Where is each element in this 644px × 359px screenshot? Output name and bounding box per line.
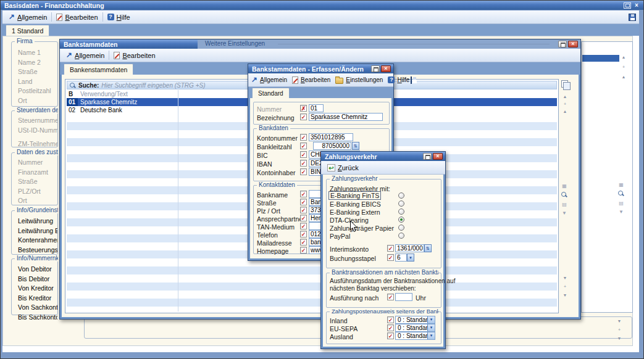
bankname-flag-icon[interactable]: ✓ (300, 191, 307, 197)
menu-hilfe[interactable]: ? Hilfe (104, 12, 133, 22)
scroll-move-icon[interactable]: + (616, 327, 623, 333)
move-top-icon[interactable]: ▲ (620, 54, 627, 60)
tab-standard[interactable]: 1 Standard (6, 25, 49, 36)
menu-bearbeiten[interactable]: Bearbeiten (291, 75, 332, 85)
column-header-b[interactable]: B (67, 90, 78, 98)
kontoinhaber-flag-icon[interactable]: ✓ (300, 168, 307, 175)
radio-paypal[interactable] (398, 233, 404, 239)
menu-allgemein[interactable]: ↗ Allgemein (250, 75, 288, 85)
radio-ebanking-ebics[interactable] (398, 200, 404, 207)
payment-titlebar[interactable]: Zahlungsverkehr × (321, 152, 445, 161)
bankleitzahl-lookup-button[interactable]: ⇅ (352, 142, 359, 150)
interimskonto-input[interactable]: 1361/000 (395, 244, 424, 252)
background-list-selected-row[interactable] (582, 55, 619, 62)
save-icon[interactable] (629, 14, 636, 21)
close-button[interactable]: × (568, 41, 578, 47)
restore-button[interactable] (371, 65, 380, 72)
iban-flag-icon[interactable]: ✓ (300, 160, 307, 167)
scroll-down-icon[interactable]: ▼ (616, 318, 623, 324)
buchungsstapel-input[interactable]: 6 (395, 254, 407, 262)
radio-ebanking-fints[interactable] (398, 192, 404, 199)
copy-icon[interactable] (561, 80, 568, 88)
radio-zahlungstraeger-papier[interactable] (398, 225, 404, 231)
ausland-select[interactable]: 0 : Standard ▼ (395, 332, 435, 340)
kontonummer-input[interactable]: 3501012895 (309, 133, 353, 141)
scroll-move-icon[interactable]: + (561, 284, 569, 290)
buchungsstapel-dropdown-button[interactable]: ▼ (407, 254, 414, 262)
telefon-flag-icon[interactable]: ✓ (300, 231, 307, 237)
menu-bearbeiten[interactable]: Bearbeiten (53, 12, 101, 22)
ausfuehrung-flag-icon[interactable]: ✓ (387, 294, 394, 300)
bank-list-titlebar[interactable]: Bankstammdaten (60, 39, 198, 49)
save-icon[interactable] (411, 76, 412, 84)
bic-flag-icon[interactable]: ✓ (300, 151, 307, 158)
bezeichnung-label: Bezeichnung (257, 114, 295, 122)
grid-icon[interactable]: ▦ (561, 183, 568, 189)
nummer-input[interactable]: 01 (309, 104, 324, 112)
homepage-flag-icon[interactable]: ✓ (300, 247, 307, 254)
strasse-flag-icon[interactable]: ✓ (300, 199, 307, 205)
radio-label-paypal[interactable]: PayPal (330, 233, 350, 240)
zoom-icon[interactable] (617, 190, 624, 197)
inland-select[interactable]: 0 : Standard ▼ (395, 316, 435, 324)
tab-bankenstammdaten[interactable]: Bankenstammdaten (64, 64, 133, 75)
restore-button[interactable] (558, 41, 567, 47)
main-titlebar[interactable]: Basisdaten - Finanzbuchhaltung × (1, 1, 643, 10)
ausland-dropdown-icon[interactable]: ▼ (427, 332, 435, 339)
radio-label-ebanking-fints[interactable]: E-Banking FinTS (328, 191, 381, 200)
interimskonto-flag-icon[interactable]: ✓ (387, 245, 394, 252)
back-button[interactable]: ↩ Zurück (324, 163, 362, 173)
bezeichnung-flag-icon[interactable]: ✓ (300, 113, 307, 120)
tab-standard[interactable]: Standard (252, 88, 290, 98)
radio-ebanking-extern[interactable] (398, 208, 404, 215)
close-button[interactable]: × (381, 65, 391, 72)
nummer-flag-icon[interactable]: ✗ (300, 105, 307, 112)
sort-icon[interactable]: ▼ (561, 210, 568, 217)
move-up-icon[interactable]: ▲ (620, 74, 627, 80)
radio-label-ebanking-extern[interactable]: E-Banking Extern (330, 208, 380, 216)
ansprechpartner-flag-icon[interactable]: ✓ (300, 215, 307, 221)
menu-bearbeiten[interactable]: Bearbeiten (111, 51, 158, 60)
buchungsstapel-flag-icon[interactable]: ✓ (387, 254, 394, 261)
eu-sepa-dropdown-icon[interactable]: ▼ (427, 324, 435, 331)
bezeichnung-input[interactable]: Sparkasse Chemnitz (309, 113, 383, 121)
rows-icon[interactable]: ▤ (617, 200, 625, 207)
bank-edit-titlebar[interactable]: Bankstammdaten - Erfassen/Ändern × (248, 64, 393, 73)
inland-flag-icon[interactable]: ✓ (387, 316, 394, 323)
radio-label-zahlungstraeger-papier[interactable]: Zahlungsträger Papier (330, 225, 394, 232)
rows-icon[interactable]: ▤ (561, 201, 568, 208)
radio-dta-clearing[interactable] (398, 217, 404, 223)
sort-icon[interactable]: ▼ (617, 208, 625, 215)
menu-allgemein[interactable]: ↗ Allgemein (6, 12, 50, 22)
move-top-icon[interactable]: ▲ (561, 94, 569, 100)
eu-sepa-select[interactable]: 0 : Standard ▼ (395, 324, 435, 332)
ausfuehrung-zeit-input[interactable] (395, 293, 412, 301)
move-icon[interactable]: + (620, 64, 627, 70)
restore-button[interactable] (423, 153, 432, 160)
ausland-flag-icon[interactable]: ✓ (387, 332, 394, 339)
bankleitzahl-input[interactable]: 87050000 (313, 142, 351, 150)
plz-ort-flag-icon[interactable]: ✓ (300, 207, 307, 213)
hilfe-icon: ? (107, 14, 114, 20)
scroll-bottom-icon[interactable]: ▼ (616, 336, 623, 342)
zoom-icon[interactable] (561, 191, 567, 198)
interimskonto-lookup-button[interactable]: ⇅ (424, 244, 432, 252)
tan-medium-flag-icon[interactable]: ✓ (300, 223, 307, 229)
mailadresse-flag-icon[interactable]: ✓ (300, 239, 307, 246)
move-up-icon[interactable]: ▲ (561, 109, 569, 115)
scroll-bottom-icon[interactable]: ▼ (561, 292, 569, 299)
eu-sepa-flag-icon[interactable]: ✓ (387, 324, 394, 331)
menu-hilfe[interactable]: ? Hilfe (387, 75, 411, 85)
move-icon[interactable]: + (561, 101, 569, 107)
radio-label-ebanking-ebics[interactable]: E-Banking EBICS (330, 200, 381, 208)
restore-button[interactable] (624, 2, 631, 9)
bankleitzahl-flag-icon[interactable]: ✓ (300, 142, 307, 149)
kontonummer-flag-icon[interactable]: ✓ (300, 134, 307, 141)
menu-allgemein[interactable]: ↗ Allgemein (63, 51, 107, 60)
menu-einstellungen[interactable]: Einstellungen (334, 75, 384, 85)
close-button[interactable]: × (632, 2, 641, 9)
grid-icon[interactable]: ▦ (617, 181, 625, 188)
inland-dropdown-icon[interactable]: ▼ (427, 316, 435, 323)
close-button[interactable]: × (433, 153, 443, 160)
scroll-down-icon[interactable]: ▼ (561, 275, 569, 281)
